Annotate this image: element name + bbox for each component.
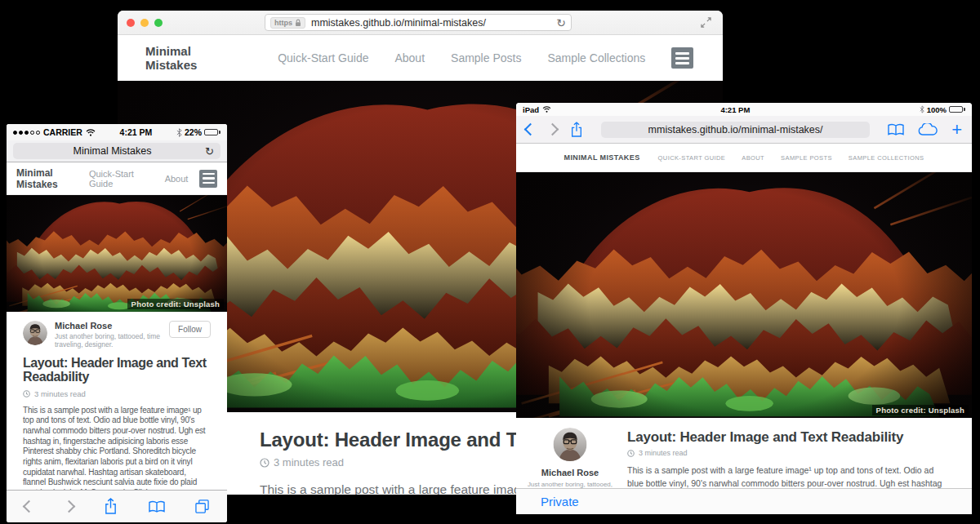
photo-credit-label: Photo credit: Unsplash <box>127 299 224 309</box>
iphone-safari: CARRIER 4:21 PM 22% Minimal Mistakes ↻ M… <box>7 124 227 522</box>
follow-button[interactable]: Follow <box>169 321 211 338</box>
post-title: Layout: Header Image and Text Readabilit… <box>627 429 952 446</box>
https-label: https <box>274 19 292 27</box>
share-icon[interactable] <box>104 498 118 515</box>
ipad-site-nav: MINIMAL MISTAKES QUICK-START GUIDE ABOUT… <box>516 144 972 172</box>
read-time: 3 minutes read <box>23 389 211 398</box>
post-paragraph-1: This is a sample post with a large featu… <box>23 406 211 490</box>
iphone-url-bar: Minimal Mistakes ↻ <box>7 140 227 162</box>
private-button[interactable]: Private <box>541 495 579 508</box>
author-avatar <box>23 321 47 345</box>
bluetooth-icon <box>920 105 924 113</box>
nav-item-about[interactable]: About <box>394 51 425 64</box>
author-row: Michael Rose Just another boring, tattoo… <box>23 321 211 349</box>
nav-item-about[interactable]: ABOUT <box>742 154 764 162</box>
desktop-site-nav: Minimal Mistakes Quick-Start Guide About… <box>118 35 723 81</box>
clock-icon <box>23 390 30 397</box>
bookmarks-icon[interactable] <box>888 123 904 136</box>
battery-icon <box>949 106 965 113</box>
battery-icon <box>204 129 220 135</box>
status-time: 4:21 PM <box>96 127 176 137</box>
close-window-button[interactable] <box>127 19 135 27</box>
author-name: Michael Rose <box>541 468 599 477</box>
minimize-window-button[interactable] <box>140 19 149 27</box>
desktop-titlebar: https mmistakes.github.io/minimal-mistak… <box>118 11 723 35</box>
author-sidebar: Michael Rose Just another boring, tattoo… <box>516 418 624 488</box>
author-name: Michael Rose <box>55 321 169 331</box>
zoom-window-button[interactable] <box>154 19 163 27</box>
share-icon[interactable] <box>570 122 583 138</box>
battery-percent: 100% <box>927 105 947 114</box>
author-avatar <box>549 428 591 461</box>
carrier-label: CARRIER <box>43 127 82 137</box>
nav-item-sample-collections[interactable]: Sample Collections <box>547 51 645 64</box>
wifi-icon <box>542 106 551 113</box>
post-title: Layout: Header Image and Text Readabilit… <box>23 357 211 384</box>
ipad-address-field[interactable]: mmistakes.github.io/minimal-mistakes/ <box>601 122 870 138</box>
bookmarks-icon[interactable] <box>149 500 165 513</box>
read-time-label: 3 minutes read <box>639 449 688 457</box>
lock-icon <box>295 19 301 27</box>
reload-icon[interactable]: ↻ <box>556 17 566 29</box>
ipad-toolbar: mmistakes.github.io/minimal-mistakes/ + <box>516 116 972 144</box>
wifi-icon <box>86 129 96 136</box>
https-lock-badge: https <box>270 17 305 29</box>
author-bio: Just another boring, tattooed, time trav… <box>55 332 169 349</box>
signal-strength-icon <box>13 131 40 135</box>
ipad-status-bar: iPad 4:21 PM 100% <box>516 103 972 116</box>
author-bio: Just another boring, tattooed, <box>528 481 612 488</box>
clock-icon <box>627 450 635 457</box>
read-time-label: 3 minutes read <box>274 456 344 468</box>
icloud-tabs-icon[interactable] <box>917 123 938 136</box>
feature-image-iphone: Photo credit: Unsplash <box>7 195 227 312</box>
ipad-url-text[interactable]: mmistakes.github.io/minimal-mistakes/ <box>601 124 870 135</box>
ipad-post-content: Michael Rose Just another boring, tattoo… <box>516 418 972 488</box>
feature-image-ipad: Photo credit: Unsplash <box>516 172 972 418</box>
battery-percent: 22% <box>185 127 202 137</box>
ipad-safari: iPad 4:21 PM 100% mmistakes.github.io/mi… <box>516 103 972 514</box>
iphone-status-bar: CARRIER 4:21 PM 22% <box>7 124 227 140</box>
status-time: 4:21 PM <box>551 105 920 114</box>
fullscreen-expand-icon[interactable] <box>701 17 711 28</box>
site-brand-link[interactable]: Minimal Mistakes <box>16 167 89 190</box>
back-icon[interactable] <box>23 500 36 513</box>
nav-item-sample-collections[interactable]: SAMPLE COLLECTIONS <box>849 154 924 162</box>
nav-item-sample-posts[interactable]: SAMPLE POSTS <box>781 154 832 162</box>
nav-item-quick-start-guide[interactable]: Quick-Start Guide <box>89 169 154 189</box>
nav-item-quick-start-guide[interactable]: QUICK-START GUIDE <box>658 154 726 162</box>
hamburger-menu-icon[interactable] <box>199 170 217 188</box>
desktop-url-text[interactable]: mmistakes.github.io/minimal-mistakes/ <box>311 17 556 29</box>
nav-item-sample-posts[interactable]: Sample Posts <box>451 51 521 64</box>
window-traffic-lights <box>127 19 163 27</box>
nav-item-about[interactable]: About <box>165 174 189 184</box>
read-time-label: 3 minutes read <box>34 389 86 398</box>
photo-credit-label: Photo credit: Unsplash <box>872 405 969 415</box>
bluetooth-icon <box>176 128 182 137</box>
forward-icon[interactable] <box>546 123 559 136</box>
post-body: This is a sample post with a large featu… <box>627 464 952 488</box>
iphone-address-field[interactable]: Minimal Mistakes ↻ <box>13 143 220 159</box>
clock-icon <box>260 458 270 468</box>
new-tab-plus-icon[interactable]: + <box>951 121 962 139</box>
tabs-icon[interactable] <box>195 500 209 513</box>
iphone-bottom-toolbar <box>7 490 227 522</box>
site-brand-link[interactable]: Minimal Mistakes <box>145 44 245 72</box>
read-time: 3 minutes read <box>627 449 952 457</box>
forward-icon[interactable] <box>62 500 75 513</box>
hamburger-menu-icon[interactable] <box>671 47 693 69</box>
nav-item-quick-start-guide[interactable]: Quick-Start Guide <box>278 51 368 64</box>
iphone-site-nav: Minimal Mistakes Quick-Start Guide About <box>7 162 227 195</box>
private-browsing-bar: Private <box>516 488 972 514</box>
iphone-post-content: Michael Rose Just another boring, tattoo… <box>7 312 227 490</box>
desktop-address-bar[interactable]: https mmistakes.github.io/minimal-mistak… <box>265 14 572 31</box>
back-icon[interactable] <box>524 123 537 136</box>
site-brand-link[interactable]: MINIMAL MISTAKES <box>564 153 640 162</box>
device-label: iPad <box>523 105 539 114</box>
reload-icon[interactable]: ↻ <box>205 146 214 157</box>
iphone-url-text[interactable]: Minimal Mistakes <box>20 145 205 157</box>
